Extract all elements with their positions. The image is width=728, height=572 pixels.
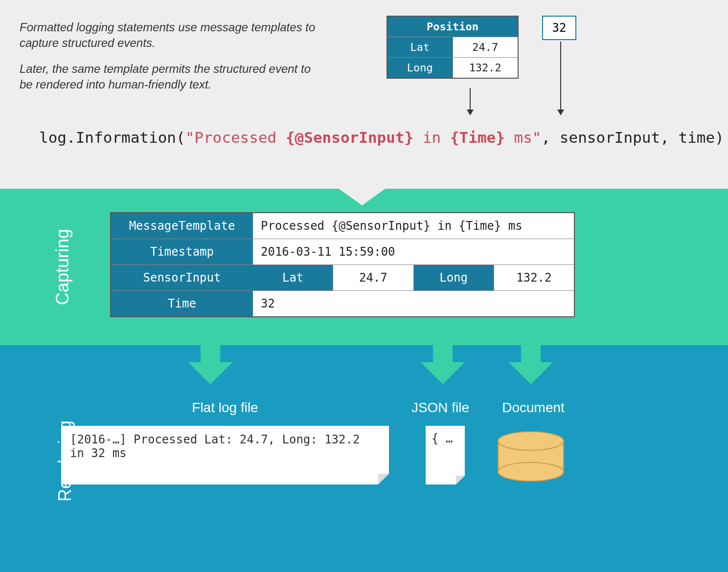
si-label: SensorInput — [111, 265, 253, 290]
svg-marker-0 — [328, 161, 396, 205]
capturing-section: Capturing MessageTemplate Processed {@Se… — [0, 189, 728, 345]
capture-table: MessageTemplate Processed {@SensorInput}… — [110, 212, 575, 317]
code-str-open: "Processed — [185, 129, 286, 146]
capturing-label: Capturing — [52, 229, 73, 305]
svg-marker-1 — [188, 323, 232, 384]
arrow-position-down-icon — [470, 88, 471, 115]
code-str-mid: in — [413, 129, 450, 146]
capture-row-si: SensorInput Lat 24.7 Long 132.2 — [111, 265, 574, 291]
svg-point-8 — [498, 462, 564, 481]
code-prefix: log.Information( — [39, 129, 185, 146]
lat-label: Lat — [387, 37, 453, 57]
flat-label: Flat log file — [152, 400, 298, 416]
position-row-long: Long 132.2 — [387, 57, 518, 78]
long-value: 132.2 — [453, 58, 518, 78]
svg-marker-2 — [421, 323, 465, 384]
json-label: JSON file — [401, 400, 479, 416]
flat-log-box: [2016-…] Processed Lat: 24.7, Long: 132.… — [61, 426, 389, 484]
database-icon — [494, 431, 568, 482]
lat-value: 24.7 — [453, 37, 518, 57]
time-label: Time — [111, 291, 253, 316]
svg-marker-3 — [509, 323, 553, 384]
code-token1: {@SensorInput} — [286, 129, 413, 146]
code-suffix: , sensorInput, time) — [542, 129, 724, 146]
capture-row-time: Time 32 — [111, 291, 574, 316]
big-arrow-down-icon — [323, 161, 401, 210]
time-box: 32 — [542, 16, 576, 40]
position-row-lat: Lat 24.7 — [387, 37, 518, 57]
top-section: Formatted logging statements use message… — [0, 0, 728, 189]
json-file-box: { … — [426, 426, 465, 484]
intro-text: Formatted logging statements use message… — [20, 20, 323, 93]
si-subcells: Lat 24.7 Long 132.2 — [253, 265, 574, 290]
intro-p2: Later, the same template permits the str… — [20, 61, 323, 93]
arrow-to-json-icon — [418, 323, 467, 387]
capture-row-ts: Timestamp 2016-03-11 15:59:00 — [111, 239, 574, 265]
capture-row-mt: MessageTemplate Processed {@SensorInput}… — [111, 213, 574, 239]
arrow-to-flat-icon — [186, 323, 235, 387]
position-header: Position — [387, 17, 518, 37]
intro-p1: Formatted logging statements use message… — [20, 20, 323, 51]
code-line: log.Information("Processed {@SensorInput… — [39, 129, 724, 146]
doc-label: Document — [489, 400, 577, 416]
si-lat-v: 24.7 — [333, 265, 413, 290]
position-box: Position Lat 24.7 Long 132.2 — [387, 16, 519, 79]
si-long-l: Long — [413, 265, 494, 290]
mt-value: Processed {@SensorInput} in {Time} ms — [253, 213, 574, 239]
arrow-time-down-icon — [560, 42, 561, 115]
time-value: 32 — [253, 291, 574, 316]
long-label: Long — [387, 58, 453, 78]
arrow-to-doc-icon — [506, 323, 555, 387]
si-lat-l: Lat — [253, 265, 333, 290]
rendering-section: Rendering Flat log file JSON file Docume… — [0, 345, 728, 572]
code-str-end: ms" — [505, 129, 542, 146]
ts-label: Timestamp — [111, 239, 253, 264]
code-token2: {Time} — [450, 129, 505, 146]
si-long-v: 132.2 — [494, 265, 574, 290]
mt-label: MessageTemplate — [111, 213, 253, 239]
ts-value: 2016-03-11 15:59:00 — [253, 239, 574, 264]
